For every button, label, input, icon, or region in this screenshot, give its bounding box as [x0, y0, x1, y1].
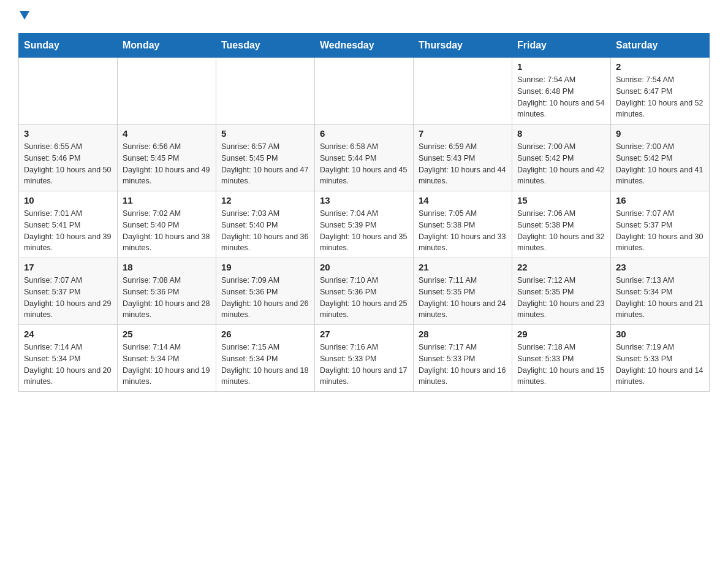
calendar-cell — [118, 58, 216, 124]
day-info: Sunrise: 7:15 AMSunset: 5:34 PMDaylight:… — [221, 342, 309, 388]
calendar-cell: 10Sunrise: 7:01 AMSunset: 5:41 PMDayligh… — [19, 191, 118, 258]
day-info: Sunrise: 7:54 AMSunset: 6:47 PMDaylight:… — [616, 74, 704, 120]
day-number: 13 — [320, 195, 408, 205]
day-info: Sunrise: 7:12 AMSunset: 5:35 PMDaylight:… — [517, 275, 605, 321]
calendar-cell — [19, 58, 118, 124]
calendar-cell: 14Sunrise: 7:05 AMSunset: 5:38 PMDayligh… — [414, 191, 512, 258]
day-number: 19 — [221, 262, 309, 272]
calendar-week-row: 1Sunrise: 7:54 AMSunset: 6:48 PMDaylight… — [19, 58, 710, 124]
day-info: Sunrise: 6:59 AMSunset: 5:43 PMDaylight:… — [419, 141, 507, 187]
calendar-cell: 20Sunrise: 7:10 AMSunset: 5:36 PMDayligh… — [315, 258, 414, 325]
day-number: 12 — [221, 195, 309, 205]
day-number: 30 — [616, 329, 704, 339]
day-number: 29 — [517, 329, 605, 339]
day-info: Sunrise: 6:55 AMSunset: 5:46 PMDaylight:… — [24, 141, 112, 187]
day-number: 9 — [616, 128, 704, 139]
calendar-cell: 23Sunrise: 7:13 AMSunset: 5:34 PMDayligh… — [611, 258, 710, 325]
calendar-cell: 28Sunrise: 7:17 AMSunset: 5:33 PMDayligh… — [414, 325, 512, 392]
day-info: Sunrise: 7:07 AMSunset: 5:37 PMDaylight:… — [24, 275, 112, 321]
calendar-cell: 17Sunrise: 7:07 AMSunset: 5:37 PMDayligh… — [19, 258, 118, 325]
calendar-week-row: 3Sunrise: 6:55 AMSunset: 5:46 PMDaylight… — [19, 124, 710, 191]
day-number: 24 — [24, 329, 112, 339]
day-info: Sunrise: 7:10 AMSunset: 5:36 PMDaylight:… — [320, 275, 408, 321]
calendar-cell: 30Sunrise: 7:19 AMSunset: 5:33 PMDayligh… — [611, 325, 710, 392]
calendar-cell: 24Sunrise: 7:14 AMSunset: 5:34 PMDayligh… — [19, 325, 118, 392]
calendar-cell: 19Sunrise: 7:09 AMSunset: 5:36 PMDayligh… — [216, 258, 315, 325]
day-info: Sunrise: 7:08 AMSunset: 5:36 PMDaylight:… — [123, 275, 211, 321]
day-info: Sunrise: 6:56 AMSunset: 5:45 PMDaylight:… — [123, 141, 211, 187]
calendar-cell: 25Sunrise: 7:14 AMSunset: 5:34 PMDayligh… — [118, 325, 216, 392]
day-number: 28 — [419, 329, 507, 339]
day-number: 18 — [123, 262, 211, 272]
day-info: Sunrise: 6:58 AMSunset: 5:44 PMDaylight:… — [320, 141, 408, 187]
day-number: 17 — [24, 262, 112, 272]
calendar-cell: 12Sunrise: 7:03 AMSunset: 5:40 PMDayligh… — [216, 191, 315, 258]
weekday-header-sunday: Sunday — [19, 34, 118, 58]
day-number: 14 — [419, 195, 507, 205]
calendar-cell: 29Sunrise: 7:18 AMSunset: 5:33 PMDayligh… — [512, 325, 611, 392]
day-info: Sunrise: 7:14 AMSunset: 5:34 PMDaylight:… — [24, 342, 112, 388]
weekday-header-monday: Monday — [118, 34, 216, 58]
day-info: Sunrise: 7:01 AMSunset: 5:41 PMDaylight:… — [24, 208, 112, 254]
day-number: 23 — [616, 262, 704, 272]
calendar-header-row: SundayMondayTuesdayWednesdayThursdayFrid… — [19, 34, 710, 58]
calendar-cell: 3Sunrise: 6:55 AMSunset: 5:46 PMDaylight… — [19, 124, 118, 191]
calendar-cell: 9Sunrise: 7:00 AMSunset: 5:42 PMDaylight… — [611, 124, 710, 191]
day-info: Sunrise: 7:16 AMSunset: 5:33 PMDaylight:… — [320, 342, 408, 388]
weekday-header-saturday: Saturday — [611, 34, 710, 58]
page-header — [18, 12, 710, 21]
day-info: Sunrise: 7:00 AMSunset: 5:42 PMDaylight:… — [517, 141, 605, 187]
calendar-cell — [216, 58, 315, 124]
day-number: 7 — [419, 128, 507, 139]
calendar-table: SundayMondayTuesdayWednesdayThursdayFrid… — [18, 33, 710, 392]
calendar-cell: 5Sunrise: 6:57 AMSunset: 5:45 PMDaylight… — [216, 124, 315, 191]
calendar-cell — [414, 58, 512, 124]
day-number: 11 — [123, 195, 211, 205]
calendar-cell: 4Sunrise: 6:56 AMSunset: 5:45 PMDaylight… — [118, 124, 216, 191]
day-info: Sunrise: 7:09 AMSunset: 5:36 PMDaylight:… — [221, 275, 309, 321]
logo — [18, 12, 29, 21]
calendar-cell: 21Sunrise: 7:11 AMSunset: 5:35 PMDayligh… — [414, 258, 512, 325]
day-number: 5 — [221, 128, 309, 139]
weekday-header-friday: Friday — [512, 34, 611, 58]
day-number: 15 — [517, 195, 605, 205]
calendar-week-row: 24Sunrise: 7:14 AMSunset: 5:34 PMDayligh… — [19, 325, 710, 392]
day-number: 20 — [320, 262, 408, 272]
calendar-cell: 11Sunrise: 7:02 AMSunset: 5:40 PMDayligh… — [118, 191, 216, 258]
calendar-cell: 26Sunrise: 7:15 AMSunset: 5:34 PMDayligh… — [216, 325, 315, 392]
calendar-cell — [315, 58, 414, 124]
day-number: 1 — [517, 61, 605, 72]
calendar-cell: 7Sunrise: 6:59 AMSunset: 5:43 PMDaylight… — [414, 124, 512, 191]
calendar-cell: 15Sunrise: 7:06 AMSunset: 5:38 PMDayligh… — [512, 191, 611, 258]
day-number: 4 — [123, 128, 211, 139]
day-number: 25 — [123, 329, 211, 339]
day-info: Sunrise: 7:03 AMSunset: 5:40 PMDaylight:… — [221, 208, 309, 254]
day-info: Sunrise: 7:17 AMSunset: 5:33 PMDaylight:… — [419, 342, 507, 388]
day-number: 16 — [616, 195, 704, 205]
logo-triangle-icon — [20, 11, 29, 20]
day-info: Sunrise: 7:19 AMSunset: 5:33 PMDaylight:… — [616, 342, 704, 388]
day-number: 6 — [320, 128, 408, 139]
calendar-cell: 2Sunrise: 7:54 AMSunset: 6:47 PMDaylight… — [611, 58, 710, 124]
day-number: 27 — [320, 329, 408, 339]
day-info: Sunrise: 6:57 AMSunset: 5:45 PMDaylight:… — [221, 141, 309, 187]
day-number: 21 — [419, 262, 507, 272]
calendar-week-row: 17Sunrise: 7:07 AMSunset: 5:37 PMDayligh… — [19, 258, 710, 325]
day-info: Sunrise: 7:02 AMSunset: 5:40 PMDaylight:… — [123, 208, 211, 254]
day-number: 8 — [517, 128, 605, 139]
day-info: Sunrise: 7:05 AMSunset: 5:38 PMDaylight:… — [419, 208, 507, 254]
calendar-cell: 18Sunrise: 7:08 AMSunset: 5:36 PMDayligh… — [118, 258, 216, 325]
day-info: Sunrise: 7:18 AMSunset: 5:33 PMDaylight:… — [517, 342, 605, 388]
day-info: Sunrise: 7:13 AMSunset: 5:34 PMDaylight:… — [616, 275, 704, 321]
weekday-header-thursday: Thursday — [414, 34, 512, 58]
day-info: Sunrise: 7:04 AMSunset: 5:39 PMDaylight:… — [320, 208, 408, 254]
day-number: 10 — [24, 195, 112, 205]
day-info: Sunrise: 7:11 AMSunset: 5:35 PMDaylight:… — [419, 275, 507, 321]
calendar-cell: 1Sunrise: 7:54 AMSunset: 6:48 PMDaylight… — [512, 58, 611, 124]
day-number: 26 — [221, 329, 309, 339]
calendar-cell: 6Sunrise: 6:58 AMSunset: 5:44 PMDaylight… — [315, 124, 414, 191]
day-info: Sunrise: 7:00 AMSunset: 5:42 PMDaylight:… — [616, 141, 704, 187]
calendar-cell: 22Sunrise: 7:12 AMSunset: 5:35 PMDayligh… — [512, 258, 611, 325]
calendar-cell: 16Sunrise: 7:07 AMSunset: 5:37 PMDayligh… — [611, 191, 710, 258]
calendar-cell: 13Sunrise: 7:04 AMSunset: 5:39 PMDayligh… — [315, 191, 414, 258]
